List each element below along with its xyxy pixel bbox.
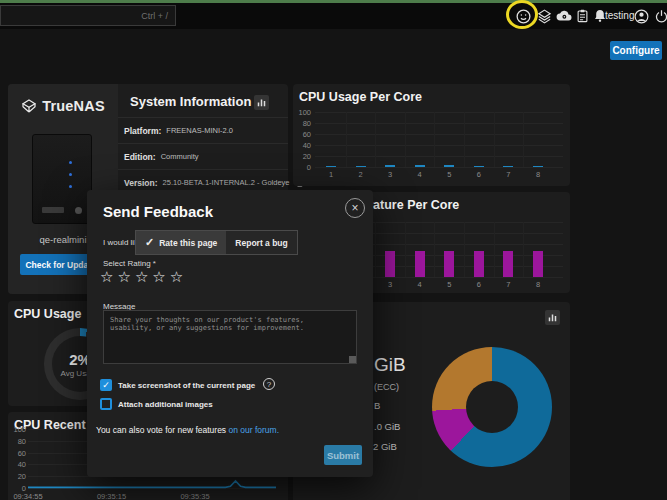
- submit-button[interactable]: Submit: [324, 445, 362, 465]
- vertical-gridline: [405, 112, 406, 167]
- memory-legend-fragment: .0 GiB: [374, 421, 400, 432]
- x-axis-tick: 09:34:55: [4, 492, 52, 500]
- bar: [415, 165, 425, 167]
- vote-text: You can also vote for new features: [96, 425, 228, 435]
- forum-link[interactable]: on our forum.: [228, 425, 279, 435]
- rating-star[interactable]: ☆: [152, 268, 165, 286]
- vertical-gridline: [464, 112, 465, 167]
- vertical-gridline: [434, 112, 435, 167]
- search-input[interactable]: Ctrl + /: [0, 5, 176, 26]
- truenas-wordmark: TrueNAS: [42, 98, 105, 114]
- annotation-highlight-circle: [506, 0, 538, 29]
- bar: [356, 166, 366, 167]
- rating-star[interactable]: ☆: [135, 268, 148, 286]
- y-axis-tick: 60: [10, 449, 26, 458]
- server-led: [69, 173, 72, 176]
- rating-star[interactable]: ☆: [117, 268, 130, 286]
- x-axis-tick: 09:35:35: [171, 492, 219, 500]
- bar: [503, 166, 513, 167]
- server-power-led: [75, 207, 82, 214]
- configure-button[interactable]: Configure: [610, 41, 662, 60]
- vertical-gridline: [375, 112, 376, 167]
- cpu-usage-title: CPU Usage: [14, 307, 81, 321]
- attach-images-checkbox[interactable]: [100, 398, 112, 410]
- info-label: Platform:: [124, 126, 161, 136]
- y-axis-tick: 100: [295, 108, 311, 117]
- rating-star[interactable]: ☆: [170, 268, 183, 286]
- select-rating-label: Select Rating *: [103, 259, 156, 268]
- y-axis-tick: 80: [10, 437, 26, 446]
- gridline: [315, 167, 563, 168]
- memory-reports-icon[interactable]: [545, 310, 560, 325]
- feedback-option-bug[interactable]: Report a bug: [226, 231, 296, 254]
- y-axis-tick: 20: [10, 472, 26, 481]
- send-feedback-dialog: Send Feedback × I would like to ✓Rate th…: [87, 190, 373, 477]
- hostname-label: testing: [605, 10, 634, 21]
- info-label: Edition:: [124, 152, 156, 162]
- search-shortcut-hint: Ctrl + /: [141, 11, 168, 21]
- vertical-gridline: [434, 222, 435, 277]
- jobs-clipboard-icon[interactable]: [573, 7, 591, 25]
- server-drive-slot: [42, 207, 64, 213]
- x-axis-tick: 8: [514, 170, 562, 179]
- memory-legend-fragment: 2 GiB: [373, 441, 397, 452]
- system-info-title: System Information: [130, 94, 251, 109]
- info-value: Community: [161, 152, 199, 161]
- close-icon[interactable]: ×: [345, 198, 365, 218]
- bar: [385, 165, 395, 167]
- system-info-row: Edition:Community: [118, 143, 288, 169]
- truenas-logo-icon: [21, 98, 37, 114]
- vote-features-text: You can also vote for new features on ou…: [96, 425, 279, 435]
- account-icon[interactable]: [632, 7, 650, 25]
- vertical-gridline: [375, 222, 376, 277]
- screenshot-checkbox[interactable]: ✓: [100, 379, 112, 391]
- bar: [444, 251, 454, 277]
- vertical-gridline: [523, 112, 524, 167]
- bar: [503, 251, 513, 277]
- gridline: [315, 145, 563, 146]
- option-label: Report a bug: [235, 238, 287, 248]
- server-led: [69, 161, 72, 164]
- feedback-type-toggle: ✓Rate this pageReport a bug: [135, 230, 298, 255]
- power-icon[interactable]: [652, 7, 667, 25]
- memory-ecc-label: (ECC): [374, 382, 399, 392]
- rating-star[interactable]: ☆: [100, 268, 113, 286]
- help-icon[interactable]: ?: [263, 378, 275, 390]
- truecommand-cloud-icon[interactable]: [555, 7, 573, 25]
- memory-legend-fragment: B: [374, 400, 380, 411]
- truenas-logo: TrueNAS: [8, 96, 118, 116]
- memory-donut-chart: [432, 347, 552, 467]
- screenshot-checkbox-label: Take screenshot of the current page: [118, 381, 255, 390]
- top-bar: Ctrl + / 2 testing: [0, 3, 667, 29]
- bar: [444, 165, 454, 167]
- y-axis-tick: 40: [10, 460, 26, 469]
- system-info-row: Platform:FREENAS-MINI-2.0: [118, 117, 288, 143]
- y-axis-tick: 80: [295, 119, 311, 128]
- textarea-resize-handle[interactable]: [349, 356, 356, 363]
- y-axis-tick: 60: [295, 130, 311, 139]
- reports-chart-icon[interactable]: [254, 95, 269, 110]
- x-axis-tick: 09:35:15: [88, 492, 136, 500]
- memory-total-fragment: GiB: [374, 354, 406, 376]
- bar: [474, 251, 484, 277]
- gridline: [315, 112, 563, 113]
- message-textarea[interactable]: [103, 310, 357, 364]
- vertical-gridline: [494, 112, 495, 167]
- x-axis-tick: 8: [514, 280, 562, 289]
- gridline: [315, 156, 563, 157]
- gridline: [315, 134, 563, 135]
- bar: [533, 166, 543, 167]
- star-rating: ☆☆☆☆☆: [100, 268, 183, 286]
- option-label: Rate this page: [159, 238, 217, 248]
- vertical-gridline: [464, 222, 465, 277]
- vertical-gridline: [346, 112, 347, 167]
- server-image: [32, 134, 92, 224]
- bar: [474, 166, 484, 167]
- y-axis-tick: 20: [295, 152, 311, 161]
- vertical-gridline: [523, 222, 524, 277]
- info-value: FREENAS-MINI-2.0: [166, 126, 233, 135]
- system-info-rows: Platform:FREENAS-MINI-2.0Edition:Communi…: [118, 117, 288, 195]
- y-axis-tick: 40: [295, 141, 311, 150]
- bar: [385, 251, 395, 277]
- feedback-option-rate[interactable]: ✓Rate this page: [136, 231, 226, 254]
